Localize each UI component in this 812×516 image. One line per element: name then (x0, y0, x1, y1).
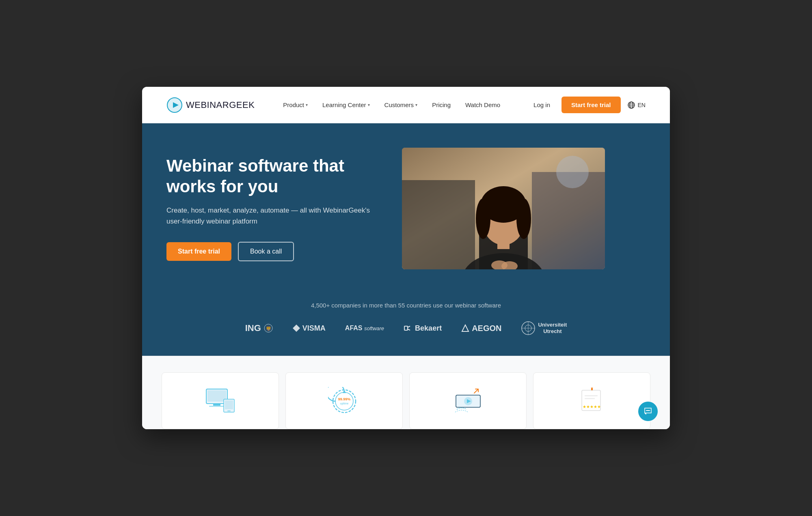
screen-device-icon (204, 387, 237, 415)
logos-row: ING 🦁 VISMA AFAS software (166, 321, 646, 335)
chat-button[interactable] (638, 402, 658, 421)
hero-buttons: Start free trial Book a call (166, 242, 378, 261)
features-section: 99.99% uptime (142, 356, 670, 429)
nav-item-learning[interactable]: Learning Center ▾ (317, 98, 376, 112)
logo-icon (166, 97, 183, 113)
logo[interactable]: WEBINARGEEK (166, 97, 255, 113)
navbar: WEBINARGEEK Product ▾ Learning Center ▾ … (142, 87, 670, 123)
svg-rect-34 (207, 390, 226, 402)
hero-book-call-button[interactable]: Book a call (238, 242, 294, 261)
svg-rect-50 (585, 395, 598, 396)
svg-rect-35 (213, 404, 220, 406)
feature-card-screen (162, 372, 279, 429)
hero-section: Webinar software that works for you Crea… (142, 123, 670, 290)
logo-ing: ING 🦁 (245, 323, 273, 333)
visma-icon (293, 325, 300, 332)
uu-icon (521, 321, 536, 335)
social-proof-section: 4,500+ companies in more than 55 countri… (142, 290, 670, 356)
svg-rect-39 (227, 411, 231, 411)
social-proof-text: 4,500+ companies in more than 55 countri… (166, 302, 646, 309)
svg-marker-28 (462, 325, 469, 331)
video-person-illustration (402, 148, 605, 269)
logo-visma: VISMA (293, 324, 326, 333)
svg-rect-36 (209, 406, 225, 407)
svg-rect-25 (404, 326, 408, 330)
nav-link-product[interactable]: Product ▾ (277, 98, 313, 112)
svg-point-12 (556, 156, 589, 188)
svg-rect-19 (497, 239, 510, 249)
hero-subtitle: Create, host, market, analyze, automate … (166, 205, 378, 227)
svg-rect-51 (585, 398, 595, 399)
svg-point-40 (333, 390, 356, 413)
nav-link-customers[interactable]: Customers ▾ (379, 98, 423, 112)
nav-link-pricing[interactable]: Pricing (426, 98, 456, 112)
feature-card-uptime: 99.99% uptime (285, 372, 403, 429)
svg-text:★★★★★: ★★★★★ (583, 404, 601, 409)
svg-rect-53 (646, 410, 650, 411)
globe-icon (627, 101, 635, 109)
logo-universiteit-utrecht: Universiteit Utrecht (521, 321, 567, 335)
feature-icon-screen (204, 385, 237, 417)
nav-item-watchdemo[interactable]: Watch Demo (460, 98, 506, 112)
hero-video (402, 148, 605, 269)
svg-point-18 (516, 198, 531, 239)
svg-point-17 (476, 198, 490, 239)
feature-icon-reviews: ★★★★★ (576, 385, 608, 417)
language-selector[interactable]: EN (627, 101, 646, 109)
login-button[interactable]: Log in (529, 98, 555, 112)
start-trial-button-nav[interactable]: Start free trial (561, 97, 621, 113)
svg-rect-10 (402, 180, 475, 269)
svg-point-41 (335, 392, 353, 410)
svg-marker-24 (293, 325, 300, 332)
logo-aegon: AEGON (461, 324, 501, 333)
logo-afas: AFAS software (345, 325, 384, 332)
hero-content: Webinar software that works for you Crea… (166, 156, 378, 261)
svg-text:uptime: uptime (340, 402, 348, 405)
svg-text:🦁: 🦁 (265, 325, 271, 331)
hero-video-placeholder (402, 148, 605, 269)
feature-card-reviews: ★★★★★ (533, 372, 650, 429)
uptime-icon: 99.99% uptime (328, 387, 361, 415)
hero-inner: Webinar software that works for you Crea… (166, 148, 646, 269)
logo-bekaert: Bekaert (404, 324, 442, 333)
hero-title: Webinar software that works for you (166, 156, 378, 197)
chevron-down-icon: ▾ (415, 103, 417, 107)
svg-marker-49 (591, 387, 593, 390)
feature-icon-streaming (452, 385, 484, 417)
chat-icon (643, 406, 653, 416)
svg-text:99.99%: 99.99% (338, 397, 350, 401)
nav-item-product[interactable]: Product ▾ (277, 98, 313, 112)
reviews-icon: ★★★★★ (576, 387, 608, 415)
streaming-icon (452, 387, 484, 415)
nav-item-customers[interactable]: Customers ▾ (379, 98, 423, 112)
ing-lion-icon: 🦁 (263, 323, 273, 333)
nav-link-learning[interactable]: Learning Center ▾ (317, 98, 376, 112)
nav-links: Product ▾ Learning Center ▾ Customers ▾ … (277, 98, 506, 112)
hero-start-trial-button[interactable]: Start free trial (166, 242, 231, 261)
lang-label: EN (638, 102, 646, 108)
chevron-down-icon: ▾ (368, 103, 370, 107)
bekaert-icon (404, 324, 412, 333)
nav-item-pricing[interactable]: Pricing (426, 98, 456, 112)
svg-rect-38 (225, 400, 233, 409)
feature-icon-uptime: 99.99% uptime (328, 385, 361, 417)
chevron-down-icon: ▾ (306, 103, 308, 107)
logo-text: WEBINARGEEK (186, 100, 255, 110)
aegon-icon (461, 324, 469, 332)
feature-card-streaming (409, 372, 527, 429)
nav-link-watchdemo[interactable]: Watch Demo (460, 98, 506, 112)
nav-actions: Log in Start free trial EN (529, 97, 646, 113)
